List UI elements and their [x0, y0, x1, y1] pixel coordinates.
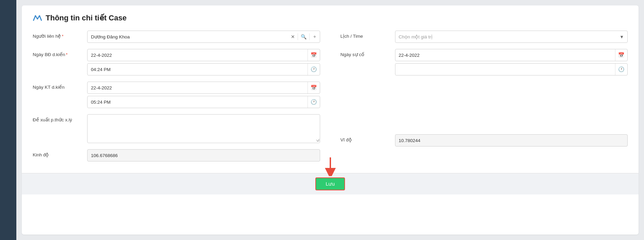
nguoi-lien-he-input[interactable]: [88, 34, 288, 39]
clear-button[interactable]: ✕: [288, 31, 298, 42]
ngay-kt-date-input[interactable]: [88, 85, 308, 90]
nguoi-lien-he-label: Người liên hệ*: [33, 31, 87, 39]
ngay-kt-row: Ngày KT d.kiến 📅 🕐: [33, 82, 320, 108]
ngay-kt-date-wrap: 📅: [87, 82, 320, 94]
ngay-bd-date-wrap: 📅: [87, 49, 320, 61]
lich-time-label: Lịch / Time: [341, 31, 395, 39]
lich-time-select[interactable]: Chọn một giá trị: [395, 31, 616, 42]
vi-do-row: Vĩ độ: [341, 134, 628, 147]
de-xuat-textarea-wrap: ⤡: [87, 114, 320, 143]
ngay-su-co-time-input[interactable]: [395, 67, 615, 72]
ngay-bd-time-wrap: 🕐: [87, 63, 320, 75]
de-xuat-row: Đề xuất p.thức x.lý ⤡: [33, 114, 320, 143]
vi-do-label: Vĩ độ: [341, 134, 395, 142]
left-section: Người liên hệ* ✕ 🔍 ＋: [33, 31, 320, 168]
ngay-bd-date-input[interactable]: [88, 53, 308, 58]
kinh-do-control: [87, 149, 320, 161]
kinh-do-label: Kinh độ: [33, 149, 87, 157]
de-xuat-textarea[interactable]: [88, 115, 320, 142]
ngay-su-co-control: 📅 🕐: [395, 49, 628, 75]
main-content: Thông tin chi tiết Case Người liên hệ* ✕: [16, 0, 644, 240]
ngay-su-co-time-wrap: 🕐: [395, 63, 628, 75]
resize-handle: ⤡: [316, 139, 319, 142]
ngay-bd-control: 📅 🕐: [87, 49, 320, 75]
ngay-su-co-row: Ngày sự cố 📅 🕐: [341, 49, 628, 75]
chevron-down-icon: ▼: [616, 34, 627, 39]
de-xuat-label: Đề xuất p.thức x.lý: [33, 114, 87, 122]
ngay-su-co-label: Ngày sự cố: [341, 49, 395, 57]
vi-do-control: [395, 134, 628, 147]
sidebar: [0, 0, 16, 240]
ngay-kt-label: Ngày KT d.kiến: [33, 82, 87, 90]
ngay-kt-time-input[interactable]: [88, 100, 308, 105]
nguoi-lien-he-row: Người liên hệ* ✕ 🔍 ＋: [33, 31, 320, 43]
ngay-bd-label: Ngày BĐ d.kiến*: [33, 49, 87, 57]
ngay-kt-calendar-button[interactable]: 📅: [308, 82, 320, 93]
nguoi-lien-he-control: ✕ 🔍 ＋: [87, 31, 320, 43]
kinh-do-input[interactable]: [87, 149, 320, 161]
ngay-bd-row: Ngày BĐ d.kiến* 📅 🕐: [33, 49, 320, 75]
logo-icon: [33, 14, 42, 22]
add-button[interactable]: ＋: [310, 31, 320, 42]
footer-bar: Lưu: [22, 173, 639, 194]
kinh-do-row: Kinh độ: [33, 149, 320, 161]
nguoi-lien-he-input-wrap: ✕ 🔍 ＋: [87, 31, 320, 43]
page-title-text: Thông tin chi tiết Case: [46, 14, 127, 22]
ngay-bd-calendar-button[interactable]: 📅: [308, 49, 320, 61]
lich-time-control: Chọn một giá trị ▼: [395, 31, 628, 43]
ngay-su-co-clock-button[interactable]: 🕐: [615, 64, 627, 75]
ngay-kt-time-wrap: 🕐: [87, 96, 320, 108]
ngay-bd-time-input[interactable]: [88, 67, 308, 72]
form-grid: Người liên hệ* ✕ 🔍 ＋: [33, 31, 628, 168]
form-card: Thông tin chi tiết Case Người liên hệ* ✕: [22, 5, 639, 235]
ngay-bd-clock-button[interactable]: 🕐: [308, 64, 320, 75]
save-button[interactable]: Lưu: [315, 177, 345, 190]
search-button[interactable]: 🔍: [298, 31, 309, 42]
ngay-su-co-date-input[interactable]: [395, 53, 615, 58]
ngay-kt-control: 📅 🕐: [87, 82, 320, 108]
lich-time-select-wrap[interactable]: Chọn một giá trị ▼: [395, 31, 628, 43]
ngay-su-co-date-wrap: 📅: [395, 49, 628, 61]
vi-do-input[interactable]: [395, 134, 628, 147]
ngay-su-co-calendar-button[interactable]: 📅: [615, 49, 627, 61]
right-section: Lịch / Time Chọn một giá trị ▼: [341, 31, 628, 168]
ngay-kt-clock-button[interactable]: 🕐: [308, 96, 320, 108]
page-title: Thông tin chi tiết Case: [33, 14, 628, 22]
de-xuat-control: ⤡: [87, 114, 320, 143]
lich-time-row: Lịch / Time Chọn một giá trị ▼: [341, 31, 628, 43]
